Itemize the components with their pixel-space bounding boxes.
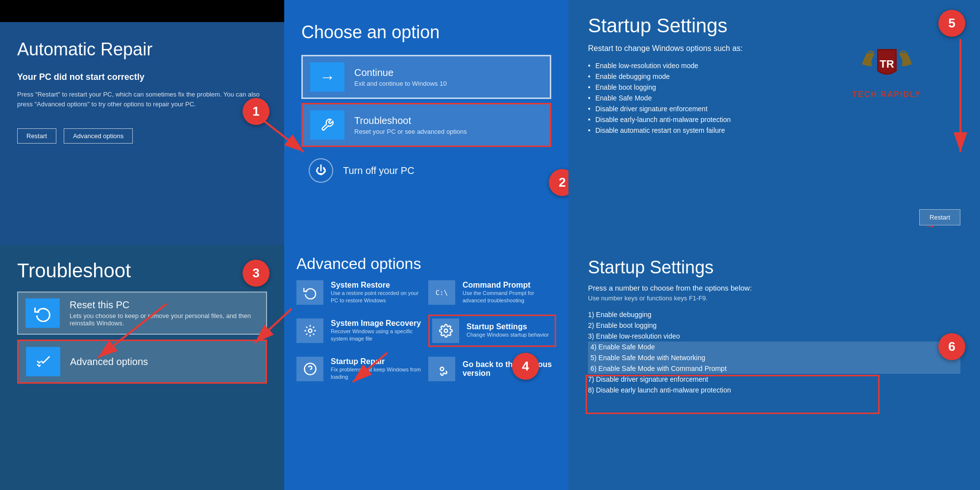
panel1-description: Press "Restart" to restart your PC, whic…	[17, 90, 267, 109]
panel-advanced-options: Advanced options System Restore Use a re…	[284, 245, 568, 490]
svg-point-5	[440, 368, 443, 371]
system-restore-title: System Restore	[331, 281, 424, 290]
badge-1: 1	[243, 98, 270, 125]
svg-text:TR: TR	[880, 58, 894, 70]
system-restore-sub: Use a restore point recorded on your PC …	[331, 290, 424, 305]
continue-tile[interactable]: → Continue Exit and continue to Windows …	[301, 55, 551, 99]
cmd-title: Command Prompt	[463, 281, 556, 290]
restart-button[interactable]: Restart	[17, 128, 56, 144]
panel6-settings-list: 1) Enable debugging 2) Enable boot loggi…	[588, 309, 960, 395]
startup-repair-item[interactable]: Startup Repair Fix problems that keep Wi…	[296, 357, 424, 381]
panel6-title: Startup Settings	[588, 257, 960, 278]
turnoff-tile[interactable]: ⏻ Turn off your PC	[301, 151, 551, 190]
command-prompt-item[interactable]: C:\ Command Prompt Use the Command Promp…	[428, 280, 556, 305]
power-icon: ⏻	[309, 158, 333, 183]
setting-1: 1) Enable debugging	[588, 309, 960, 320]
system-restore-icon	[296, 280, 323, 305]
go-back-icon	[428, 357, 455, 381]
continue-sub: Exit and continue to Windows 10	[354, 80, 447, 87]
startup-settings-sub: Change Windows startup behavior	[466, 331, 549, 339]
setting-2: 2) Enable boot logging	[588, 320, 960, 331]
setting-5: 5) Enable Safe Mode with Networking	[588, 352, 960, 363]
badge-2: 2	[549, 169, 568, 196]
setting-7: 7) Disable driver signature enforcement	[588, 374, 960, 385]
continue-title: Continue	[354, 67, 447, 78]
logo-brand-text: TECH RAPIDLY	[852, 90, 921, 99]
list-item: Disable automatic restart on system fail…	[588, 125, 960, 136]
panel3-title: Troubleshoot	[17, 260, 267, 282]
troubleshoot-tile[interactable]: Troubleshoot Reset your PC or see advanc…	[301, 103, 551, 147]
reset-icon	[25, 298, 60, 328]
startup-repair-title: Startup Repair	[331, 357, 424, 366]
sys-image-title: System Image Recovery	[331, 319, 424, 328]
top-black-bar	[0, 0, 284, 22]
panel6-key-hint: Use number keys or functions keys F1-F9.	[588, 294, 960, 302]
setting-4: 4) Enable Safe Mode	[588, 342, 960, 352]
troubleshoot-icon	[310, 110, 344, 140]
sys-image-sub: Recover Windows using a specific system …	[331, 328, 424, 343]
badge-6: 6	[938, 333, 965, 360]
startup-settings-item[interactable]: Startup Settings Change Windows startup …	[428, 315, 556, 347]
list-item: Disable driver signature enforcement	[588, 103, 960, 114]
system-image-icon	[296, 318, 323, 343]
system-image-item[interactable]: System Image Recovery Recover Windows us…	[296, 315, 424, 347]
panel-choose-option: Choose an option → Continue Exit and con…	[284, 0, 568, 245]
panel6-press-desc: Press a number to choose from the option…	[588, 284, 960, 292]
badge-3: 3	[243, 260, 270, 287]
badge-5: 5	[938, 10, 965, 37]
troubleshoot-sub: Reset your PC or see advanced options	[354, 128, 467, 135]
reset-sub: Lets you choose to keep or remove your p…	[70, 312, 259, 327]
list-item: Disable early-launch anti-malware protec…	[588, 114, 960, 125]
setting-3: 3) Enable low-resolution video	[588, 331, 960, 342]
arrow-to-restart: →	[924, 219, 936, 233]
adv-options-icon	[26, 347, 60, 376]
panel5-title: Startup Settings	[588, 15, 960, 37]
svg-point-2	[444, 329, 447, 333]
reset-text: Reset this PC Lets you choose to keep or…	[70, 299, 259, 327]
system-restore-item[interactable]: System Restore Use a restore point recor…	[296, 280, 424, 305]
troubleshoot-text: Troubleshoot Reset your PC or see advanc…	[354, 115, 467, 135]
panel-startup-settings-top: Startup Settings Restart to change Windo…	[568, 0, 980, 245]
reset-pc-tile[interactable]: Reset this PC Lets you choose to keep or…	[17, 292, 267, 335]
setting-8: 8) Disable early launch anti-malware pro…	[588, 385, 960, 395]
logo-area: TR TECH RAPIDLY	[852, 39, 921, 99]
startup-settings-icon	[432, 318, 459, 343]
troubleshoot-title: Troubleshoot	[354, 115, 467, 126]
setting-6: 6) Enable Safe Mode with Command Prompt	[588, 363, 960, 374]
startup-settings-title: Startup Settings	[466, 322, 549, 331]
adv-options-tile[interactable]: Advanced options	[17, 340, 267, 384]
badge-4: 4	[512, 353, 539, 380]
adv-options-title: Advanced options	[70, 356, 148, 368]
go-back-title: Go back to the previous version	[463, 360, 556, 378]
command-prompt-icon: C:\	[428, 280, 455, 305]
continue-icon: →	[310, 62, 344, 92]
panel4-title: Advanced options	[296, 255, 556, 273]
reset-title: Reset this PC	[70, 299, 259, 311]
panel1-buttons: Restart Advanced options	[17, 128, 267, 144]
continue-text: Continue Exit and continue to Windows 10	[354, 67, 447, 87]
adv-options-text: Advanced options	[70, 356, 148, 368]
panel-startup-settings-bottom: Startup Settings Press a number to choos…	[568, 245, 980, 490]
panel-automatic-repair: Automatic Repair Your PC did not start c…	[0, 0, 284, 245]
advanced-options-button[interactable]: Advanced options	[64, 128, 133, 144]
panel1-title: Automatic Repair	[17, 39, 267, 60]
startup-repair-icon	[296, 357, 323, 381]
logo-shield-icon: TR	[860, 39, 914, 88]
panel1-subtitle: Your PC did not start correctly	[17, 72, 267, 82]
cmd-sub: Use the Command Prompt for advanced trou…	[463, 290, 556, 305]
svg-point-1	[308, 329, 312, 333]
panel2-title: Choose an option	[301, 22, 551, 43]
panel-troubleshoot: Troubleshoot Reset this PC Lets you choo…	[0, 245, 284, 490]
startup-repair-sub: Fix problems that keep Windows from load…	[331, 366, 424, 381]
turnoff-title: Turn off your PC	[343, 165, 415, 176]
